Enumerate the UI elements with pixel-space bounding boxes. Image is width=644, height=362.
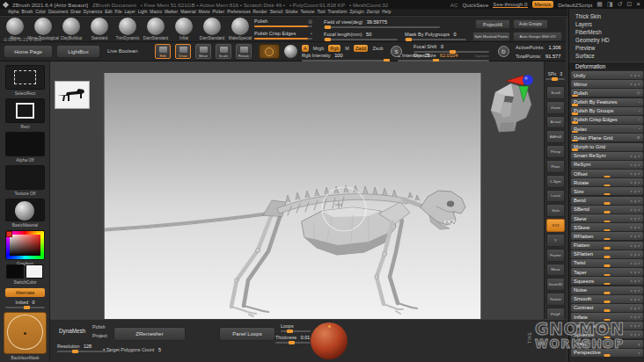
polish-slider[interactable]: Polish◎ bbox=[254, 18, 312, 27]
brush-thumbnail[interactable]: MakeSpecial bbox=[230, 18, 251, 40]
layout-icon[interactable]: ▦ bbox=[596, 0, 603, 9]
deformation-slider-tick[interactable] bbox=[604, 229, 611, 232]
deformation-row[interactable]: RFlatten x y z bbox=[571, 232, 643, 240]
zremesher-button[interactable]: ZRemesher bbox=[113, 327, 186, 341]
reference-image-thumbnail[interactable] bbox=[55, 81, 90, 109]
deformation-axis-toggles[interactable]: z bbox=[638, 351, 640, 355]
deformation-slider-tick[interactable] bbox=[604, 292, 611, 294]
deformation-slider-tick[interactable] bbox=[604, 328, 611, 330]
auto-groups-with-uv-button[interactable]: Auto Groups With UV bbox=[513, 32, 562, 41]
menu-item[interactable]: Zscript bbox=[367, 10, 380, 14]
resolution-slider[interactable]: Resolution 128 bbox=[57, 344, 110, 352]
deformation-slider-tick[interactable] bbox=[604, 309, 611, 312]
deformation-axis-toggles[interactable]: x y z bbox=[631, 180, 640, 185]
project-all-button[interactable]: ProjectAll bbox=[475, 19, 510, 29]
subpalette-header[interactable]: Thick Skin bbox=[569, 12, 644, 20]
deformation-row[interactable]: SFlatten x y z bbox=[571, 250, 643, 258]
deformation-axis-toggles[interactable]: x y z bbox=[631, 199, 640, 203]
deformation-row[interactable]: Polish Crisp Edges • bbox=[571, 116, 643, 124]
deformation-axis-toggles[interactable]: • bbox=[639, 100, 640, 105]
live-boolean-toggle[interactable]: Live Boolean bbox=[107, 48, 138, 54]
deformation-row[interactable]: Relax • bbox=[571, 125, 643, 133]
viewport-button[interactable]: Frame bbox=[546, 249, 565, 262]
deformation-slider-tick[interactable] bbox=[604, 185, 611, 187]
subpalette-header[interactable]: FiberMesh bbox=[569, 28, 644, 36]
quicksave-button[interactable]: QuickSave bbox=[462, 2, 488, 8]
viewport-button[interactable]: XYZ bbox=[546, 219, 565, 232]
deformation-slider-tick[interactable] bbox=[604, 221, 611, 223]
deformation-axis-toggles[interactable]: x y z bbox=[631, 189, 640, 193]
menu-item[interactable]: Preferences bbox=[227, 10, 250, 14]
menus-toggle[interactable]: Menus bbox=[532, 1, 554, 8]
current-material-icon[interactable] bbox=[284, 45, 297, 58]
deformation-axis-toggles[interactable]: x y z bbox=[631, 154, 640, 158]
menu-item[interactable]: Stroke bbox=[285, 10, 297, 14]
focal-shift-slider[interactable]: Focal Shift 0 bbox=[413, 44, 489, 53]
deformation-slider-tick[interactable] bbox=[604, 256, 611, 258]
deformation-slider-tick[interactable] bbox=[604, 176, 611, 178]
deformation-axis-toggles[interactable]: x y z bbox=[631, 73, 640, 77]
deformation-row[interactable]: Smart ReSym x y z bbox=[571, 152, 643, 160]
viewport-button[interactable]: Move bbox=[546, 264, 565, 277]
axis-gizmo[interactable] bbox=[504, 72, 539, 104]
deformation-slider-tick[interactable] bbox=[572, 104, 578, 106]
color-picker-sv-square[interactable] bbox=[10, 235, 40, 256]
deformation-header[interactable]: Deformation bbox=[569, 62, 644, 69]
default-zscript-button[interactable]: DefaultZScript bbox=[558, 2, 592, 8]
deformation-slider-tick[interactable] bbox=[604, 354, 611, 357]
menu-item[interactable]: Zplugin bbox=[350, 10, 364, 14]
home-page-button[interactable]: Home Page bbox=[4, 45, 53, 58]
deformation-axis-toggles[interactable]: x y z bbox=[631, 216, 640, 221]
brush-thumbnail[interactable]: TrimDynamic bbox=[117, 18, 138, 40]
deformation-axis-toggles[interactable]: ⚙ bbox=[637, 135, 640, 140]
viewport[interactable] bbox=[50, 62, 544, 319]
deformation-row[interactable]: Inflate Balloon x y z bbox=[571, 322, 643, 329]
viewport-button[interactable]: Floor bbox=[546, 160, 565, 173]
document-canvas[interactable] bbox=[104, 73, 481, 319]
deformation-row[interactable]: Mirror x y z bbox=[571, 80, 643, 88]
deformation-axis-toggles[interactable]: x y z bbox=[631, 279, 640, 283]
deformation-slider-tick[interactable] bbox=[604, 337, 611, 339]
deformation-axis-toggles[interactable]: x y z bbox=[631, 252, 640, 257]
viewport-button[interactable]: Zoom bbox=[546, 101, 565, 114]
deformation-slider-tick[interactable] bbox=[572, 112, 578, 115]
menu-item[interactable]: Layer bbox=[125, 10, 135, 14]
menu-item[interactable]: Tool bbox=[318, 10, 326, 14]
menu-item[interactable]: Alpha bbox=[8, 10, 19, 14]
deformation-row[interactable]: Spherize x y z bbox=[571, 330, 643, 338]
field-of-view-slider[interactable]: Field of view(deg) 39.59775 bbox=[324, 19, 440, 28]
deformation-row[interactable]: Twist x y z bbox=[571, 259, 643, 267]
menu-item[interactable]: Texture bbox=[300, 10, 314, 14]
paint-mode-chip[interactable]: Zadd bbox=[354, 45, 369, 52]
deformation-row[interactable]: Polish ◎ bbox=[571, 89, 643, 97]
brush-thumbnail[interactable]: DamStandard bbox=[145, 18, 166, 40]
menu-item[interactable]: Help bbox=[382, 10, 391, 14]
deformation-axis-toggles[interactable]: x y z bbox=[631, 270, 640, 274]
deformation-row[interactable]: Skew x y z bbox=[571, 214, 643, 222]
dynamesh-polish-toggle[interactable]: Polish bbox=[92, 324, 106, 329]
current-stroke-thumbnail[interactable] bbox=[5, 98, 45, 123]
deformation-axis-toggles[interactable]: • bbox=[639, 109, 640, 113]
menu-item[interactable]: Movie bbox=[199, 10, 210, 14]
deformation-row[interactable]: Relax Plane Grid ⚙ bbox=[571, 134, 643, 141]
mode-button[interactable]: Move bbox=[195, 44, 211, 59]
viewport-button[interactable]: AAHalf bbox=[546, 130, 565, 143]
menu-item[interactable]: Transform bbox=[327, 10, 347, 14]
deformation-row[interactable]: SSkew x y z bbox=[571, 223, 643, 231]
mode-button[interactable]: Scale bbox=[216, 44, 231, 59]
deformation-slider-tick[interactable] bbox=[604, 247, 611, 250]
deformation-axis-toggles[interactable]: x y z bbox=[631, 332, 640, 337]
deformation-row[interactable]: Unify x y z bbox=[571, 71, 643, 79]
menu-item[interactable]: Document bbox=[48, 10, 68, 14]
viewport-button[interactable]: Actual bbox=[546, 116, 565, 129]
viewport-button[interactable]: Rotate bbox=[546, 293, 565, 306]
brush-thumbnail[interactable]: DamStandard bbox=[201, 18, 223, 40]
thickness-slider[interactable]: Thickness 0.01 bbox=[275, 335, 311, 344]
focal-length-slider[interactable]: Focal length(mm) 50 bbox=[324, 32, 398, 40]
deformation-axis-toggles[interactable]: x y z bbox=[631, 171, 640, 176]
brush-thumbnail[interactable]: Standard bbox=[89, 18, 110, 40]
menu-item[interactable]: Material bbox=[180, 10, 195, 14]
menu-item[interactable]: Stencil bbox=[270, 10, 283, 14]
deformation-row[interactable]: Morph to Grid bbox=[571, 143, 643, 151]
mode-button[interactable]: Draw bbox=[175, 44, 191, 59]
